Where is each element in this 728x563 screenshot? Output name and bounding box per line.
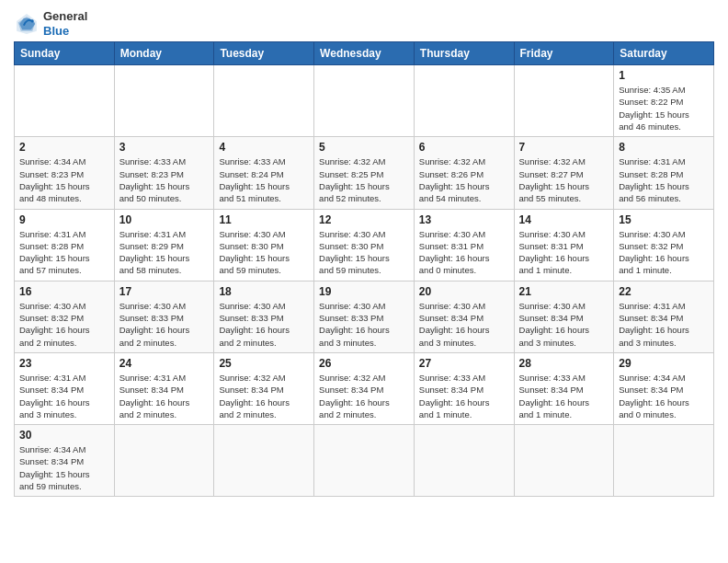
day-info: Sunrise: 4:30 AM Sunset: 8:33 PM Dayligh… bbox=[119, 300, 210, 349]
weekday-header: Thursday bbox=[414, 42, 514, 65]
calendar-cell: 5Sunrise: 4:32 AM Sunset: 8:25 PM Daylig… bbox=[314, 137, 415, 209]
day-info: Sunrise: 4:33 AM Sunset: 8:24 PM Dayligh… bbox=[219, 155, 309, 204]
day-number: 22 bbox=[619, 285, 709, 298]
page-header: General Blue bbox=[14, 9, 714, 38]
day-number: 17 bbox=[119, 285, 210, 298]
calendar-cell: 10Sunrise: 4:31 AM Sunset: 8:29 PM Dayli… bbox=[114, 209, 214, 281]
day-info: Sunrise: 4:32 AM Sunset: 8:34 PM Dayligh… bbox=[319, 372, 409, 420]
day-info: Sunrise: 4:30 AM Sunset: 8:30 PM Dayligh… bbox=[319, 228, 409, 277]
day-info: Sunrise: 4:34 AM Sunset: 8:23 PM Dayligh… bbox=[19, 155, 109, 204]
day-info: Sunrise: 4:31 AM Sunset: 8:28 PM Dayligh… bbox=[19, 228, 109, 277]
calendar-cell: 13Sunrise: 4:30 AM Sunset: 8:31 PM Dayli… bbox=[414, 209, 514, 281]
day-number: 20 bbox=[419, 285, 509, 298]
day-number: 7 bbox=[519, 141, 609, 154]
day-info: Sunrise: 4:34 AM Sunset: 8:34 PM Dayligh… bbox=[619, 372, 709, 420]
calendar-cell: 29Sunrise: 4:34 AM Sunset: 8:34 PM Dayli… bbox=[614, 352, 714, 424]
calendar-cell: 11Sunrise: 4:30 AM Sunset: 8:30 PM Dayli… bbox=[214, 209, 314, 281]
day-info: Sunrise: 4:32 AM Sunset: 8:26 PM Dayligh… bbox=[419, 155, 509, 204]
day-number: 18 bbox=[219, 285, 309, 298]
day-number: 4 bbox=[219, 141, 309, 154]
calendar-cell: 19Sunrise: 4:30 AM Sunset: 8:33 PM Dayli… bbox=[314, 281, 415, 352]
weekday-header: Tuesday bbox=[214, 42, 314, 65]
calendar-cell: 2Sunrise: 4:34 AM Sunset: 8:23 PM Daylig… bbox=[15, 137, 115, 209]
calendar-cell bbox=[214, 425, 314, 497]
day-info: Sunrise: 4:30 AM Sunset: 8:32 PM Dayligh… bbox=[619, 228, 709, 277]
day-info: Sunrise: 4:33 AM Sunset: 8:23 PM Dayligh… bbox=[119, 155, 210, 204]
day-info: Sunrise: 4:31 AM Sunset: 8:34 PM Dayligh… bbox=[119, 372, 210, 420]
calendar-cell: 22Sunrise: 4:31 AM Sunset: 8:34 PM Dayli… bbox=[614, 281, 714, 352]
calendar-cell bbox=[15, 65, 115, 137]
calendar-cell: 8Sunrise: 4:31 AM Sunset: 8:28 PM Daylig… bbox=[614, 137, 714, 209]
calendar-cell bbox=[514, 425, 614, 497]
day-number: 3 bbox=[119, 141, 210, 154]
calendar-cell: 15Sunrise: 4:30 AM Sunset: 8:32 PM Dayli… bbox=[614, 209, 714, 281]
day-number: 30 bbox=[19, 429, 109, 442]
calendar-cell bbox=[314, 425, 415, 497]
day-info: Sunrise: 4:35 AM Sunset: 8:22 PM Dayligh… bbox=[619, 84, 709, 132]
calendar-cell: 4Sunrise: 4:33 AM Sunset: 8:24 PM Daylig… bbox=[214, 137, 314, 209]
day-number: 6 bbox=[419, 141, 509, 154]
calendar-header: SundayMondayTuesdayWednesdayThursdayFrid… bbox=[15, 42, 714, 65]
day-info: Sunrise: 4:31 AM Sunset: 8:34 PM Dayligh… bbox=[619, 300, 709, 349]
day-info: Sunrise: 4:31 AM Sunset: 8:34 PM Dayligh… bbox=[19, 372, 109, 420]
calendar-table: SundayMondayTuesdayWednesdayThursdayFrid… bbox=[14, 41, 714, 497]
calendar-cell: 25Sunrise: 4:32 AM Sunset: 8:34 PM Dayli… bbox=[214, 352, 314, 424]
day-info: Sunrise: 4:31 AM Sunset: 8:28 PM Dayligh… bbox=[619, 155, 709, 204]
logo-text: General Blue bbox=[43, 9, 87, 38]
day-info: Sunrise: 4:33 AM Sunset: 8:34 PM Dayligh… bbox=[419, 372, 509, 420]
day-info: Sunrise: 4:30 AM Sunset: 8:32 PM Dayligh… bbox=[19, 300, 109, 349]
calendar-cell: 23Sunrise: 4:31 AM Sunset: 8:34 PM Dayli… bbox=[15, 352, 115, 424]
day-number: 10 bbox=[119, 213, 210, 226]
day-info: Sunrise: 4:30 AM Sunset: 8:34 PM Dayligh… bbox=[419, 300, 509, 349]
day-info: Sunrise: 4:30 AM Sunset: 8:31 PM Dayligh… bbox=[519, 228, 609, 277]
day-number: 9 bbox=[19, 213, 109, 226]
day-info: Sunrise: 4:30 AM Sunset: 8:31 PM Dayligh… bbox=[419, 228, 509, 277]
calendar-body: 1Sunrise: 4:35 AM Sunset: 8:22 PM Daylig… bbox=[15, 65, 714, 497]
day-number: 11 bbox=[219, 213, 309, 226]
day-number: 13 bbox=[419, 213, 509, 226]
day-number: 24 bbox=[119, 357, 210, 370]
day-number: 19 bbox=[319, 285, 409, 298]
calendar-cell bbox=[514, 65, 614, 137]
calendar-cell: 12Sunrise: 4:30 AM Sunset: 8:30 PM Dayli… bbox=[314, 209, 415, 281]
day-number: 8 bbox=[619, 141, 709, 154]
day-number: 21 bbox=[519, 285, 609, 298]
day-number: 15 bbox=[619, 213, 709, 226]
calendar-cell: 18Sunrise: 4:30 AM Sunset: 8:33 PM Dayli… bbox=[214, 281, 314, 352]
calendar-cell: 30Sunrise: 4:34 AM Sunset: 8:34 PM Dayli… bbox=[15, 425, 115, 497]
weekday-header: Monday bbox=[114, 42, 214, 65]
day-info: Sunrise: 4:30 AM Sunset: 8:33 PM Dayligh… bbox=[319, 300, 409, 349]
calendar-cell: 28Sunrise: 4:33 AM Sunset: 8:34 PM Dayli… bbox=[514, 352, 614, 424]
day-info: Sunrise: 4:32 AM Sunset: 8:27 PM Dayligh… bbox=[519, 155, 609, 204]
generalblue-logo-icon bbox=[14, 11, 40, 37]
weekday-header: Wednesday bbox=[314, 42, 415, 65]
day-info: Sunrise: 4:30 AM Sunset: 8:34 PM Dayligh… bbox=[519, 300, 609, 349]
calendar-cell bbox=[214, 65, 314, 137]
calendar-cell: 20Sunrise: 4:30 AM Sunset: 8:34 PM Dayli… bbox=[414, 281, 514, 352]
day-info: Sunrise: 4:31 AM Sunset: 8:29 PM Dayligh… bbox=[119, 228, 210, 277]
day-info: Sunrise: 4:33 AM Sunset: 8:34 PM Dayligh… bbox=[519, 372, 609, 420]
day-number: 14 bbox=[519, 213, 609, 226]
day-number: 26 bbox=[319, 357, 409, 370]
weekday-header: Sunday bbox=[15, 42, 115, 65]
calendar-cell bbox=[414, 65, 514, 137]
calendar-cell bbox=[314, 65, 415, 137]
calendar-cell: 27Sunrise: 4:33 AM Sunset: 8:34 PM Dayli… bbox=[414, 352, 514, 424]
day-info: Sunrise: 4:34 AM Sunset: 8:34 PM Dayligh… bbox=[19, 443, 109, 492]
day-number: 2 bbox=[19, 141, 109, 154]
svg-point-4 bbox=[31, 19, 34, 22]
day-number: 12 bbox=[319, 213, 409, 226]
weekday-header: Friday bbox=[514, 42, 614, 65]
calendar-cell: 26Sunrise: 4:32 AM Sunset: 8:34 PM Dayli… bbox=[314, 352, 415, 424]
calendar-cell: 7Sunrise: 4:32 AM Sunset: 8:27 PM Daylig… bbox=[514, 137, 614, 209]
calendar-cell: 17Sunrise: 4:30 AM Sunset: 8:33 PM Dayli… bbox=[114, 281, 214, 352]
calendar-cell: 3Sunrise: 4:33 AM Sunset: 8:23 PM Daylig… bbox=[114, 137, 214, 209]
day-info: Sunrise: 4:32 AM Sunset: 8:25 PM Dayligh… bbox=[319, 155, 409, 204]
logo: General Blue bbox=[14, 9, 87, 38]
calendar-cell: 14Sunrise: 4:30 AM Sunset: 8:31 PM Dayli… bbox=[514, 209, 614, 281]
day-info: Sunrise: 4:32 AM Sunset: 8:34 PM Dayligh… bbox=[219, 372, 309, 420]
day-info: Sunrise: 4:30 AM Sunset: 8:33 PM Dayligh… bbox=[219, 300, 309, 349]
day-number: 23 bbox=[19, 357, 109, 370]
day-number: 1 bbox=[619, 69, 709, 82]
calendar-cell: 21Sunrise: 4:30 AM Sunset: 8:34 PM Dayli… bbox=[514, 281, 614, 352]
